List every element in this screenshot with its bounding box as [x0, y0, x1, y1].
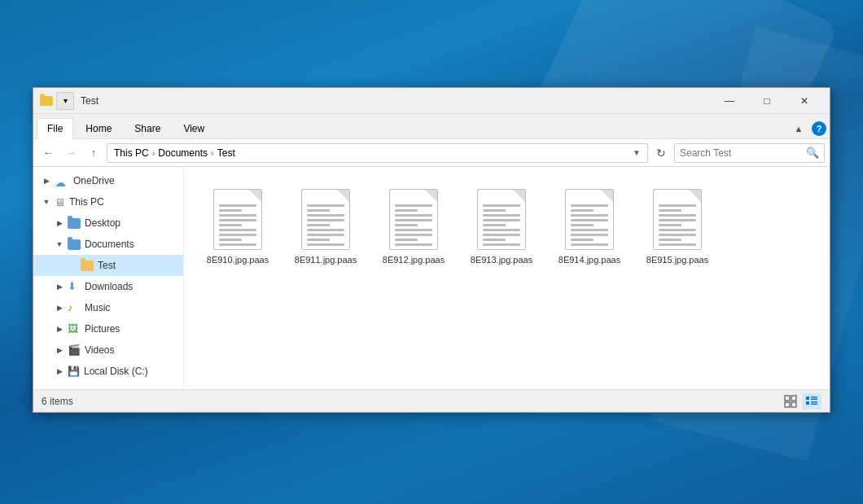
back-button[interactable]: ← [38, 143, 58, 163]
tab-home[interactable]: Home [75, 118, 122, 139]
file-name-0: 8E910.jpg.paas [207, 254, 269, 265]
file-item-2[interactable]: 8E912.jpg.paas [373, 180, 454, 270]
sidebar-item-onedrive[interactable]: ▶ ☁ OneDrive [33, 170, 183, 191]
file-name-3: 8E913.jpg.paas [471, 254, 532, 265]
path-sep-1: › [152, 148, 156, 158]
title-bar-icons: ▾ [40, 92, 74, 110]
file-item-5[interactable]: 8E915.jpg.paas [637, 180, 718, 270]
svg-rect-8 [811, 401, 817, 403]
file-name-1: 8E911.jpg.paas [295, 254, 357, 265]
file-lines-4 [566, 198, 613, 250]
line [659, 234, 696, 236]
window-title: Test [81, 95, 711, 107]
search-icon[interactable]: 🔍 [806, 147, 819, 159]
line [307, 214, 344, 217]
view-grid-button[interactable] [781, 393, 800, 410]
expand-icon-music: ▶ [53, 301, 66, 314]
forward-button[interactable]: → [61, 143, 81, 163]
path-thispc[interactable]: This PC [114, 147, 149, 159]
file-icon-container-3 [473, 185, 530, 254]
svg-rect-1 [791, 396, 796, 401]
sidebar-item-thispc[interactable]: ▼ 🖥 This PC [33, 191, 183, 213]
file-item-0[interactable]: 8E910.jpg.paas [197, 180, 278, 270]
line [571, 209, 594, 212]
close-button[interactable]: ✕ [786, 88, 823, 114]
file-lines-0 [214, 198, 261, 250]
svg-rect-9 [811, 403, 817, 405]
refresh-button[interactable]: ↻ [651, 143, 671, 163]
line [571, 229, 608, 231]
line [659, 204, 696, 207]
line [571, 243, 608, 246]
line [307, 234, 344, 236]
file-icon-container-5 [649, 185, 706, 254]
up-button[interactable]: ↑ [84, 143, 103, 163]
file-lines-3 [478, 198, 525, 250]
line [219, 224, 242, 226]
svg-rect-3 [791, 402, 796, 407]
videos-icon: 🎬 [68, 344, 81, 357]
expand-icon-desktop: ▶ [53, 217, 66, 230]
sidebar-item-pictures[interactable]: ▶ 🖼 Pictures [33, 318, 183, 340]
line [659, 219, 696, 221]
ribbon-collapse-button[interactable]: ▲ [789, 119, 808, 138]
search-input[interactable] [680, 147, 806, 159]
line [219, 214, 256, 217]
quick-access-button[interactable]: ▾ [56, 92, 74, 110]
explorer-window: ▾ Test — □ ✕ File Home Share View ▲ ? ← … [33, 87, 830, 413]
ribbon-help-button[interactable]: ? [812, 121, 826, 136]
expand-icon-documents: ▼ [53, 238, 66, 251]
file-doc-icon-5 [653, 189, 702, 250]
file-name-5: 8E915.jpg.paas [646, 254, 708, 265]
svg-rect-0 [785, 396, 790, 401]
tab-share[interactable]: Share [124, 118, 171, 139]
line [571, 214, 608, 217]
sidebar-item-desktop[interactable]: ▶ Desktop [33, 213, 183, 234]
svg-rect-5 [811, 397, 817, 398]
file-item-4[interactable]: 8E914.jpg.paas [549, 180, 630, 270]
tab-file[interactable]: File [37, 118, 73, 139]
window-icon [40, 96, 53, 106]
sidebar-item-videos[interactable]: ▶ 🎬 Videos [33, 340, 183, 361]
sidebar-item-localdisk[interactable]: ▶ 💾 Local Disk (C:) [33, 361, 183, 382]
line [307, 204, 344, 207]
sidebar-item-downloads[interactable]: ▶ ⬇ Downloads [33, 276, 183, 297]
line [395, 229, 432, 231]
path-dropdown-icon[interactable]: ▼ [633, 148, 641, 157]
file-icon-container-1 [297, 185, 354, 254]
svg-rect-2 [785, 402, 790, 407]
line [395, 209, 418, 212]
maximize-button[interactable]: □ [748, 88, 786, 114]
line [483, 209, 506, 212]
svg-rect-7 [806, 401, 809, 405]
address-path[interactable]: This PC › Documents › Test ▼ [107, 143, 648, 163]
line [219, 234, 256, 236]
minimize-button[interactable]: — [711, 88, 748, 114]
file-item-3[interactable]: 8E913.jpg.paas [461, 180, 542, 270]
grid-icon [784, 395, 797, 408]
sidebar-item-test[interactable]: ▶ Test [33, 255, 183, 276]
sidebar-label-onedrive: OneDrive [73, 175, 115, 186]
sidebar: ▶ ☁ OneDrive ▼ 🖥 This PC ▶ Desktop ▼ Doc… [33, 167, 184, 389]
expand-icon-onedrive: ▶ [40, 174, 53, 187]
search-box[interactable]: 🔍 [674, 143, 825, 163]
view-toggle-area [781, 393, 821, 410]
line [571, 219, 608, 221]
path-documents[interactable]: Documents [158, 147, 208, 159]
line [219, 243, 256, 246]
view-list-button[interactable] [802, 393, 821, 410]
line [659, 229, 696, 231]
path-test[interactable]: Test [217, 147, 235, 159]
line [659, 224, 681, 226]
file-lines-5 [654, 198, 701, 250]
line [483, 219, 520, 221]
line [571, 239, 594, 241]
sidebar-item-music[interactable]: ▶ ♪ Music [33, 297, 183, 318]
file-item-1[interactable]: 8E911.jpg.paas [285, 180, 366, 270]
sidebar-item-documents[interactable]: ▼ Documents [33, 234, 183, 255]
tab-view[interactable]: View [173, 118, 215, 139]
expand-icon-pictures: ▶ [53, 322, 66, 335]
file-doc-icon-2 [389, 189, 438, 250]
svg-rect-4 [806, 397, 809, 400]
expand-icon-videos: ▶ [53, 344, 66, 357]
